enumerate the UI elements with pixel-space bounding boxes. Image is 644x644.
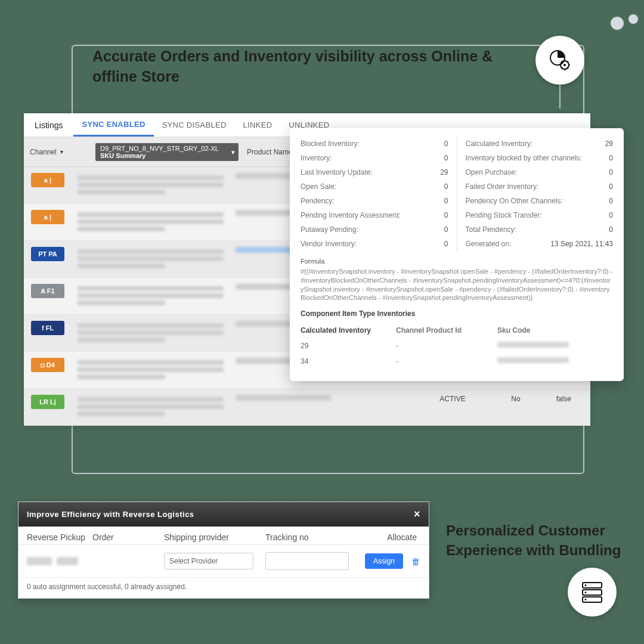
inventory-line: Generated on:13 Sep 2021, 11:43	[466, 237, 614, 251]
inventory-line: Putaway Pending:0	[301, 222, 448, 237]
product-blur	[236, 395, 331, 401]
connector-line	[559, 85, 561, 109]
sku-blur	[78, 210, 224, 234]
reverse-footer: 0 auto assignment successful, 0 already …	[18, 577, 429, 598]
sku-blur	[78, 173, 224, 197]
close-icon[interactable]: ×	[414, 508, 420, 521]
tab-linked[interactable]: LINKED	[235, 113, 281, 137]
formula-title: Formula	[301, 257, 613, 266]
inventory-line: Inventory blocked by other channels:0	[466, 151, 614, 165]
inv-label: Pendency On Other Channels:	[466, 197, 563, 205]
channel-badge: A F1	[31, 284, 64, 298]
svg-line-7	[561, 61, 562, 63]
inventory-line: Pending Stock Transfer:0	[466, 208, 614, 222]
rev-col-shipping: Shipping provider	[164, 532, 265, 542]
inventory-popup: Blocked Inventory:0Inventory:0Last Inven…	[290, 128, 624, 381]
component-title: Component Item Type Inventories	[301, 309, 613, 318]
inv-value: 29	[605, 140, 613, 148]
tab-sync-enabled[interactable]: SYNC ENABLED	[73, 113, 153, 137]
comp-calc: 29	[301, 342, 396, 350]
inv-value: 0	[609, 211, 613, 219]
filter-icon[interactable]: ▾	[60, 148, 63, 155]
page-heading: Accurate Orders and Inventory visibility…	[92, 47, 510, 87]
sku-blur	[78, 395, 224, 419]
chart-gear-icon	[548, 48, 572, 72]
inv-value: 0	[609, 154, 613, 162]
formula-block: Formula #{(#inventorySnapshot.inventory …	[301, 257, 613, 302]
svg-point-2	[564, 64, 566, 66]
col-channel[interactable]: Channel ▾	[30, 148, 95, 156]
inv-label: Open Sale:	[301, 182, 336, 191]
inv-value: 0	[444, 140, 448, 148]
table-row[interactable]: LR L| ACTIVENofalse	[24, 389, 590, 426]
inventory-line: Pendency On Other Channels:0	[466, 194, 614, 208]
inventory-line: Pendency:0	[301, 194, 448, 208]
inv-label: Open Purchase:	[466, 168, 518, 177]
provider-select[interactable]: Select Provider	[164, 553, 253, 569]
svg-line-10	[561, 67, 562, 69]
channel-badge: LR L|	[31, 395, 64, 409]
inv-value: 0	[444, 182, 448, 191]
inventory-line: Total Pendency:0	[466, 222, 614, 237]
inv-label: Calculated Inventory:	[466, 140, 533, 148]
sku-blur	[78, 321, 224, 345]
inventory-line: Blocked Inventory:0	[301, 137, 448, 151]
inventory-line: Open Purchase:0	[466, 165, 614, 179]
inventory-line: Pending Inventory Assessment:0	[301, 208, 448, 222]
inv-value: 0	[609, 225, 613, 234]
component-row: 29-	[301, 338, 613, 354]
inventory-line: Calculated Inventory:29	[466, 137, 614, 151]
inventory-icon-circle	[535, 36, 584, 85]
inv-label: Pending Inventory Assessment:	[301, 211, 401, 219]
inv-label: Pending Stock Transfer:	[466, 211, 542, 219]
svg-line-8	[567, 67, 568, 69]
inv-value: 0	[444, 197, 448, 205]
rev-col-allocate: Allocate	[355, 532, 420, 542]
sku-blur	[78, 284, 224, 308]
inv-value: 0	[444, 211, 448, 219]
tab-sync-disabled[interactable]: SYNC DISABLED	[154, 113, 235, 137]
stack-icon	[579, 580, 605, 604]
channel-badge: ◘ D4	[31, 358, 64, 372]
filter-icon[interactable]: ▾	[231, 148, 235, 156]
inv-value: 0	[609, 182, 613, 191]
trash-icon[interactable]: 🗑	[411, 556, 420, 566]
inventory-line: Last Inventory Update:29	[301, 165, 448, 179]
reverse-columns: Reverse Pickup Order Shipping provider T…	[18, 527, 429, 545]
channel-badge: a |	[31, 210, 64, 224]
comp-col-cpid: Channel Product Id	[396, 326, 497, 335]
sku-filter-value: D9_PRT_NO_8_NVY_STR_GRY_02-XL	[100, 145, 234, 152]
sku-filter-pill[interactable]: D9_PRT_NO_8_NVY_STR_GRY_02-XL SKU Summar…	[95, 143, 239, 161]
row-status: ACTIVE	[439, 395, 475, 403]
comp-col-calc: Calculated Inventory	[301, 326, 396, 335]
inv-value: 0	[444, 240, 448, 248]
comp-sku	[497, 357, 613, 366]
formula-text: #{(#inventorySnapshot.inventory - #inven…	[301, 267, 613, 302]
tracking-input[interactable]	[265, 552, 349, 570]
inv-label: Generated on:	[466, 240, 512, 248]
sku-filter-sub: SKU Summary	[100, 152, 234, 159]
rev-col-tracking: Tracking no	[265, 532, 355, 542]
rev-col-pickup: Reverse Pickup	[27, 532, 92, 542]
reverse-row: Select Provider Assign 🗑	[18, 545, 429, 577]
inv-label: Inventory:	[301, 154, 332, 162]
inv-value: 0	[609, 197, 613, 205]
channel-badge: PT PA	[31, 247, 64, 261]
col-channel-label: Channel	[30, 148, 57, 156]
bundle-icon-circle	[568, 568, 617, 617]
svg-point-14	[585, 584, 587, 586]
inv-value: 0	[444, 154, 448, 162]
component-row: 34-	[301, 354, 613, 369]
row-col2: No	[511, 395, 520, 403]
row-col3: false	[556, 395, 571, 403]
inventory-line: Inventory:0	[301, 151, 448, 165]
inv-value: 0	[444, 225, 448, 234]
assign-button[interactable]: Assign	[365, 553, 403, 569]
listings-title: Listings	[24, 120, 73, 130]
sku-blur	[78, 358, 224, 382]
inv-label: Failed Order Inventory:	[466, 182, 539, 191]
reverse-title: Improve Efficiency with Reverse Logistic…	[27, 510, 194, 519]
comp-col-sku: Sku Code	[497, 326, 613, 335]
inv-label: Putaway Pending:	[301, 225, 358, 234]
comp-cpid: -	[396, 357, 497, 366]
